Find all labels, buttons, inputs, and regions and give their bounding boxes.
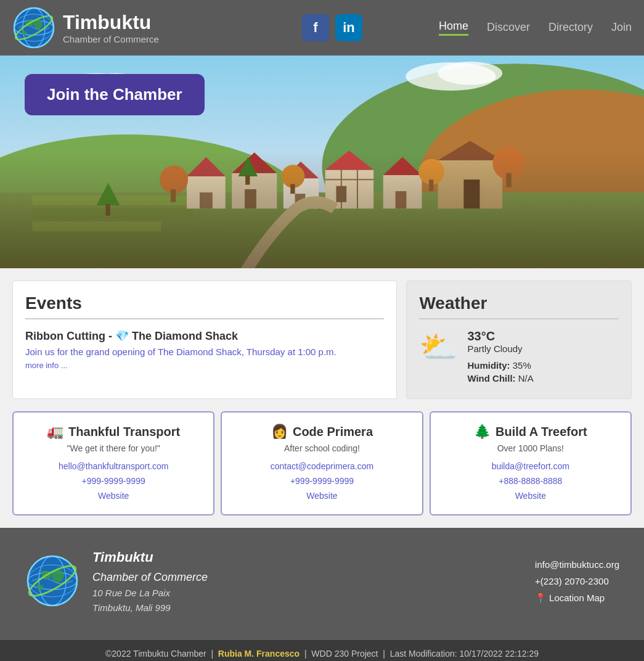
org-name-block: Timbuktu Chamber of Commerce xyxy=(63,11,159,44)
member-tagline: Over 1000 Plans! xyxy=(441,443,621,453)
location-map-link[interactable]: 📍 Location Map xyxy=(535,589,619,606)
windchill-value: N/A xyxy=(518,373,534,384)
weather-icon: ⛅ xyxy=(419,329,457,365)
footer-org-sub: Chamber of Commerce xyxy=(92,569,208,586)
member-phone: +999-9999-9999 xyxy=(82,476,145,486)
footer-globe-icon xyxy=(25,553,80,609)
logo-area: Timbuktu Chamber of Commerce xyxy=(12,6,226,49)
humidity-label: Humidity: xyxy=(467,360,510,371)
member-icon: 👩 xyxy=(271,424,288,440)
footer-project: WDD 230 Project xyxy=(311,649,378,659)
event-title-main: Ribbon Cutting xyxy=(25,330,105,342)
member-name: Code Primera xyxy=(293,425,373,439)
windchill-label: Wind Chill: xyxy=(467,373,515,384)
event-name: Ribbon Cutting - 💎 The Diamond Shack xyxy=(25,329,384,343)
member-website[interactable]: Website xyxy=(23,489,203,504)
footer-address-line2: Timbuktu, Mali 999 xyxy=(92,601,208,615)
footer-org-name: Timbuktu xyxy=(92,546,208,568)
org-subtitle: Chamber of Commerce xyxy=(63,34,159,44)
member-tagline: "We get it there for you!" xyxy=(23,443,203,453)
footer-address-line1: 10 Rue De La Paix xyxy=(92,586,208,601)
separator3: | xyxy=(380,649,389,659)
event-diamond-icon: 💎 xyxy=(115,330,129,342)
weather-condition: Partly Cloudy xyxy=(467,343,533,354)
weather-details: 33°C Partly Cloudy Humidity: 35% Wind Ch… xyxy=(467,329,533,386)
event-more-link[interactable]: more info ... xyxy=(25,361,68,370)
member-name: Thankful Transport xyxy=(68,425,180,439)
member-website[interactable]: Website xyxy=(441,489,621,504)
event-item: Ribbon Cutting - 💎 The Diamond Shack Joi… xyxy=(25,329,384,370)
separator1: | xyxy=(209,649,218,659)
nav-join[interactable]: Join xyxy=(611,21,632,35)
nav-home[interactable]: Home xyxy=(439,20,468,36)
members-section: 🚛 Thankful Transport "We get it there fo… xyxy=(0,411,644,528)
footer-contact: info@timbuktucc.org +(223) 2070-2300 📍 L… xyxy=(535,556,619,606)
event-dash: - xyxy=(108,330,115,342)
org-title: Timbuktu xyxy=(63,11,159,34)
member-phone: +999-9999-9999 xyxy=(290,476,354,486)
location-pin-icon: 📍 xyxy=(535,589,547,606)
footer-main: Timbuktu Chamber of Commerce 10 Rue De L… xyxy=(25,546,619,615)
member-name-row: 👩 Code Primera xyxy=(232,424,412,440)
weather-temperature: 33°C xyxy=(467,329,533,343)
footer-org-info: Timbuktu Chamber of Commerce 10 Rue De L… xyxy=(92,546,208,615)
site-footer: Timbuktu Chamber of Commerce 10 Rue De L… xyxy=(0,528,644,640)
nav-directory[interactable]: Directory xyxy=(548,21,593,35)
member-tagline: After school coding! xyxy=(232,443,412,453)
location-map-label: Location Map xyxy=(549,589,605,606)
event-sub: The Diamond Shack xyxy=(132,330,238,342)
weather-title: Weather xyxy=(419,294,619,319)
member-phone: +888-8888-8888 xyxy=(499,476,562,486)
weather-windchill-row: Wind Chill: N/A xyxy=(467,373,533,384)
join-chamber-button[interactable]: Join the Chamber xyxy=(25,74,205,115)
member-card-0: 🚛 Thankful Transport "We get it there fo… xyxy=(12,411,214,515)
weather-humidity-row: Humidity: 35% xyxy=(467,360,533,371)
footer-copyright: ©2022 Timbuktu Chamber xyxy=(105,649,206,659)
footer-author[interactable]: Rubia M. Francesco xyxy=(218,649,300,659)
footer-email: info@timbuktucc.org xyxy=(535,556,619,573)
member-email[interactable]: builda@treefort.com xyxy=(441,459,621,474)
social-icons: f in xyxy=(226,14,439,41)
events-title: Events xyxy=(25,294,384,319)
footer-bottom: ©2022 Timbuktu Chamber | Rubia M. France… xyxy=(0,640,644,661)
nav-discover[interactable]: Discover xyxy=(487,21,530,35)
weather-section: Weather ⛅ 33°C Partly Cloudy Humidity: 3… xyxy=(406,281,632,399)
member-name-row: 🌲 Build A Treefort xyxy=(441,424,621,440)
member-website[interactable]: Website xyxy=(232,489,412,504)
main-content: Events Ribbon Cutting - 💎 The Diamond Sh… xyxy=(0,268,644,411)
linkedin-link[interactable]: in xyxy=(335,14,362,41)
events-section: Events Ribbon Cutting - 💎 The Diamond Sh… xyxy=(12,281,397,399)
humidity-value: 35% xyxy=(513,360,531,371)
footer-modified: Last Modification: 10/17/2022 22:12:29 xyxy=(390,649,539,659)
globe-icon xyxy=(12,6,55,49)
site-header: Timbuktu Chamber of Commerce f in HomeDi… xyxy=(0,0,644,55)
hero-section: Join the Chamber xyxy=(0,55,644,268)
member-name: Build A Treefort xyxy=(495,425,587,439)
facebook-link[interactable]: f xyxy=(302,14,329,41)
separator2: | xyxy=(302,649,311,659)
weather-info: ⛅ 33°C Partly Cloudy Humidity: 35% Wind … xyxy=(419,329,619,386)
member-email[interactable]: contact@codeprimera.com xyxy=(232,459,412,474)
event-more-info: more info ... xyxy=(25,361,384,370)
footer-phone: +(223) 2070-2300 xyxy=(535,573,619,589)
member-contact: hello@thankfultransport.com +999-9999-99… xyxy=(23,459,203,503)
member-email[interactable]: hello@thankfultransport.com xyxy=(23,459,203,474)
member-contact: builda@treefort.com +888-8888-8888 Websi… xyxy=(441,459,621,503)
member-icon: 🌲 xyxy=(474,424,491,440)
hero-overlay xyxy=(0,151,644,268)
member-icon: 🚛 xyxy=(47,424,63,440)
event-description: Join us for the grand opening of The Dia… xyxy=(25,347,384,357)
member-name-row: 🚛 Thankful Transport xyxy=(23,424,203,440)
svg-point-51 xyxy=(438,62,503,85)
member-card-1: 👩 Code Primera After school coding! cont… xyxy=(221,411,423,515)
member-card-2: 🌲 Build A Treefort Over 1000 Plans! buil… xyxy=(430,411,632,515)
main-nav: HomeDiscoverDirectoryJoin xyxy=(439,20,632,36)
member-contact: contact@codeprimera.com +999-9999-9999 W… xyxy=(232,459,412,503)
